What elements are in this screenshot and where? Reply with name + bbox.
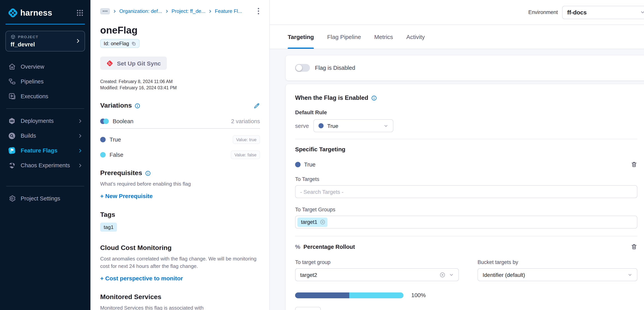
breadcrumb-project[interactable]: Project: ff_de...	[172, 8, 206, 14]
monitored-services-heading: Monitored Services	[100, 293, 162, 301]
to-targets-label: To Targets	[295, 176, 644, 182]
sidebar-divider	[6, 186, 84, 186]
sidebar-item-executions[interactable]: Executions	[6, 89, 85, 104]
variation-row-false: False Value: false	[100, 150, 260, 159]
cost-perspective-link[interactable]: + Cost perspective to monitor	[100, 275, 260, 282]
sidebar-item-feature-flags[interactable]: Feature Flags	[6, 143, 85, 158]
rollout-total: 100%	[411, 292, 426, 298]
modified-date: Modified: February 16, 2024 03:41 PM	[100, 84, 260, 91]
variation-true-dot	[319, 123, 324, 128]
boolean-type-icon	[100, 118, 109, 124]
chevron-right-icon	[78, 148, 83, 153]
tab-activity[interactable]: Activity	[406, 25, 425, 49]
chevron-down-icon	[384, 124, 388, 128]
flag-detail-panel: Organization: def... Project: ff_de... F…	[90, 0, 270, 310]
serve-label: serve	[295, 123, 309, 129]
sidebar-accent-line	[6, 24, 85, 24]
tab-targeting[interactable]: Targeting	[288, 25, 314, 49]
chevron-down-icon	[628, 272, 632, 277]
app-grid-icon[interactable]	[76, 9, 84, 16]
variations-heading: Variations	[100, 102, 140, 110]
variation-type-label: Boolean	[113, 118, 133, 124]
tab-metrics[interactable]: Metrics	[374, 25, 393, 49]
variation-false-dot	[100, 152, 106, 158]
to-target-group-label: To target group	[295, 259, 459, 265]
clear-selection-icon[interactable]	[439, 272, 446, 278]
rule-variation-name: True	[304, 161, 316, 168]
chevron-right-icon	[78, 118, 83, 124]
sidebar-item-chaos-experiments[interactable]: Chaos Experiments	[6, 158, 85, 173]
kebab-menu-icon[interactable]	[257, 7, 260, 15]
sidebar-item-label: Project Settings	[21, 195, 60, 202]
remove-chip-icon[interactable]	[320, 219, 326, 225]
cloud-cost-heading: Cloud Cost Monitoring	[100, 244, 172, 252]
target-groups-input[interactable]: target1	[295, 216, 637, 228]
rollout-progress-bar	[295, 292, 404, 298]
variation-count: 2 variations	[231, 118, 260, 124]
info-icon[interactable]	[145, 170, 151, 176]
sidebar-item-overview[interactable]: Overview	[6, 59, 85, 74]
tag-chip: tag1	[100, 223, 117, 232]
environment-header: Environment ff-docs	[270, 0, 644, 25]
rollout-group-value: target2	[300, 272, 317, 278]
deployments-icon	[8, 117, 16, 125]
serve-variation-select[interactable]: True	[314, 119, 394, 132]
specific-targeting-rule: True	[295, 161, 637, 168]
breadcrumb-ellipsis-button[interactable]	[100, 8, 110, 14]
project-label: PROJECT	[18, 35, 38, 39]
percentage-rollout-header: % Percentage Rollout	[295, 243, 637, 250]
sidebar-item-label: Chaos Experiments	[21, 162, 70, 168]
bucket-by-select[interactable]: Identifier (default)	[478, 268, 637, 281]
divider	[100, 128, 260, 129]
weight-input[interactable]	[295, 307, 321, 310]
monitored-services-description: Monitored Services this flag is associat…	[100, 304, 258, 310]
created-date: Created: February 8, 2024 11:06 AM	[100, 78, 260, 84]
default-rule-label: Default Rule	[295, 109, 644, 116]
enabled-heading: When the Flag is Enabled	[295, 94, 644, 102]
info-icon[interactable]	[371, 95, 377, 101]
target-group-chip: target1	[298, 218, 328, 227]
sidebar-item-label: Overview	[21, 64, 44, 70]
breadcrumb-feature-flags[interactable]: Feature Fl...	[215, 8, 242, 14]
bucket-by-value: Identifier (default)	[482, 272, 525, 278]
delete-rule-icon[interactable]	[631, 161, 637, 168]
cloud-cost-description: Cost anomalies correlated with the flag …	[100, 255, 258, 270]
variation-value-badge: Value: true	[232, 135, 260, 144]
sidebar: harness PROJECT	[0, 0, 90, 310]
divider	[295, 236, 637, 236]
flag-state-card: Flag is Disabled	[285, 55, 644, 81]
prerequisites-description: What’s required before enabling this fla…	[100, 180, 258, 188]
sidebar-item-pipelines[interactable]: Pipelines	[6, 74, 85, 89]
rollout-weight-row: % True	[295, 307, 644, 310]
new-prerequisite-link[interactable]: + New Prerequisite	[100, 193, 260, 199]
delete-rollout-icon[interactable]	[631, 243, 637, 250]
sidebar-item-label: Executions	[21, 93, 48, 100]
chevron-right-icon	[113, 9, 116, 13]
rollout-group-select[interactable]: target2	[295, 268, 459, 281]
targeting-rules-card: When the Flag is Enabled Default Rule se…	[285, 84, 644, 310]
search-targets-input[interactable]	[295, 185, 637, 198]
tab-flag-pipeline[interactable]: Flag Pipeline	[327, 25, 361, 49]
environment-select[interactable]: ff-docs	[562, 6, 644, 19]
copy-icon[interactable]	[131, 41, 136, 46]
environment-label: Environment	[528, 9, 558, 15]
sidebar-item-project-settings[interactable]: Project Settings	[6, 191, 85, 206]
git-sync-label: Set Up Git Sync	[117, 60, 161, 66]
sidebar-item-deployments[interactable]: Deployments	[6, 114, 85, 128]
breadcrumb-organization[interactable]: Organization: def...	[119, 8, 162, 14]
flag-enabled-toggle[interactable]	[295, 64, 310, 72]
variation-row-true: True Value: true	[100, 135, 260, 144]
chevron-down-icon	[640, 10, 644, 15]
tags-heading: Tags	[100, 211, 115, 219]
chevron-right-icon	[78, 163, 83, 168]
chevron-right-icon	[208, 9, 212, 13]
edit-variations-icon[interactable]	[254, 102, 260, 109]
flag-id-chip[interactable]: Id: oneFlag	[100, 39, 140, 48]
set-up-git-sync-button[interactable]: Set Up Git Sync	[100, 56, 167, 70]
project-selector[interactable]: PROJECT ff_devrel	[6, 31, 85, 52]
variation-name: True	[110, 136, 121, 143]
chevron-right-icon	[165, 9, 169, 13]
info-icon[interactable]	[135, 103, 140, 108]
sidebar-item-builds[interactable]: Builds	[6, 128, 85, 143]
flag-meta: Created: February 8, 2024 11:06 AM Modif…	[100, 78, 260, 91]
